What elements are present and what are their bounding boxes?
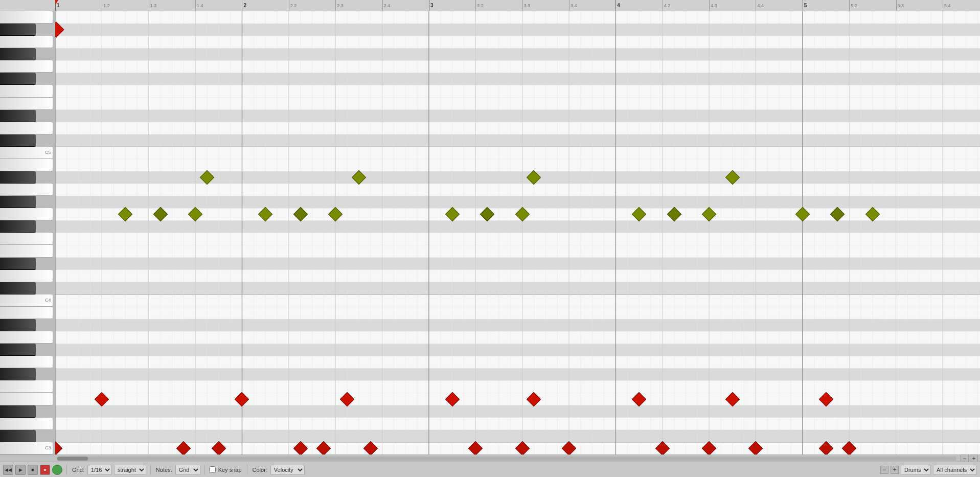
color-label: Color:: [253, 467, 267, 473]
zoom-plus-btn[interactable]: +: [891, 466, 899, 474]
ruler-sub-2-3: 2.4: [382, 0, 391, 11]
piano-keyboard: C5C4C3: [0, 11, 55, 455]
grid-container[interactable]: [55, 11, 980, 455]
ruler-sub-3-2: 3.3: [522, 0, 531, 11]
ruler-sub-2-2: 2.3: [335, 0, 344, 11]
ruler-bar-2: 2: [242, 0, 246, 11]
ruler-sub-1-1: 1.2: [102, 0, 110, 11]
grid-canvas: [55, 11, 980, 455]
transport-toolbar: ◀◀ ▶ ■ ● Grid: 1/16 1/4 1/8 1/32 straigh…: [0, 462, 980, 477]
separator-2: [150, 465, 151, 475]
ruler-sub-1-3: 1.4: [195, 0, 203, 11]
piano-key-G2[interactable]: [0, 356, 53, 368]
piano-key-D#4[interactable]: [0, 110, 36, 122]
playhead-triangle: [55, 0, 58, 5]
scrollbar-track[interactable]: [57, 457, 956, 461]
ruler-sub-2-1: 2.2: [289, 0, 297, 11]
straight-select[interactable]: straight curve: [114, 465, 146, 475]
ruler-sub-5-3: 5.4: [943, 0, 951, 11]
ruler-track[interactable]: 11.21.31.422.22.32.433.23.33.444.24.34.4…: [55, 0, 980, 11]
ruler-bar-3: 3: [429, 0, 434, 11]
piano-key-E4[interactable]: [0, 98, 53, 110]
piano-key-D2[interactable]: [0, 418, 53, 430]
piano-key-D3[interactable]: [0, 270, 53, 282]
notes-label: Notes:: [156, 467, 172, 473]
color-select[interactable]: Velocity Channel Pitch: [270, 465, 305, 475]
piano-key-F4[interactable]: [0, 85, 53, 97]
piano-key-D4[interactable]: [0, 122, 53, 134]
piano-key-A2[interactable]: [0, 331, 53, 344]
piano-key-F2[interactable]: [0, 380, 53, 393]
ruler-sub-4-1: 4.2: [663, 0, 671, 11]
separator-4: [247, 465, 247, 475]
instrument-select[interactable]: Drums: [901, 465, 931, 475]
separator-1: [66, 465, 67, 475]
piano-key-C2[interactable]: C3: [0, 442, 53, 455]
ruler-sub-4-2: 4.3: [709, 0, 717, 11]
grid-label: Grid:: [72, 467, 84, 473]
record-button[interactable]: ●: [40, 465, 50, 475]
ruler-bar-4: 4: [616, 0, 620, 11]
timeline-ruler: 11.21.31.422.22.32.433.23.33.444.24.34.4…: [0, 0, 980, 11]
piano-key-C#2[interactable]: [0, 430, 36, 442]
piano-key-G4[interactable]: [0, 60, 53, 73]
piano-key-G#3[interactable]: [0, 196, 36, 208]
rewind-button[interactable]: ◀◀: [3, 465, 13, 475]
piano-key-G#2[interactable]: [0, 344, 36, 356]
stop-button[interactable]: ■: [28, 465, 38, 475]
separator-3: [204, 465, 205, 475]
piano-key-C3[interactable]: C4: [0, 294, 53, 307]
piano-key-D#3[interactable]: [0, 258, 36, 270]
piano-key-G#4[interactable]: [0, 48, 36, 60]
piano-key-B3[interactable]: [0, 159, 53, 171]
ruler-sub-3-3: 3.4: [569, 0, 577, 11]
piano-key-A4[interactable]: [0, 36, 53, 48]
key-snap-group: Key snap: [209, 466, 243, 473]
piano-key-A#3[interactable]: [0, 171, 36, 184]
piano-key-A#4[interactable]: [0, 24, 36, 36]
piano-key-A3[interactable]: [0, 184, 53, 196]
piano-key-E2[interactable]: [0, 393, 53, 405]
scrollbar-horizontal[interactable]: − +: [0, 455, 980, 462]
ruler-bar-5: 5: [803, 0, 807, 11]
main-area: C5C4C3: [0, 11, 980, 455]
piano-key-C#4[interactable]: [0, 134, 36, 147]
piano-key-E3[interactable]: [0, 245, 53, 257]
play-button[interactable]: ▶: [15, 465, 26, 475]
ruler-sub-4-3: 4.4: [756, 0, 764, 11]
piano-key-B2[interactable]: [0, 307, 53, 319]
channel-select[interactable]: All channels: [933, 465, 977, 475]
piano-key-D#2[interactable]: [0, 405, 36, 418]
ruler-sub-3-1: 3.2: [475, 0, 484, 11]
loop-button[interactable]: [52, 465, 62, 475]
key-snap-checkbox[interactable]: [209, 466, 216, 473]
piano-key-F#4[interactable]: [0, 73, 36, 85]
notes-select[interactable]: Grid Free: [175, 465, 200, 475]
piano-key-A#2[interactable]: [0, 319, 36, 331]
grid-size-select[interactable]: 1/16 1/4 1/8 1/32: [87, 465, 112, 475]
piano-key-G3[interactable]: [0, 208, 53, 220]
scrollbar-thumb[interactable]: [57, 457, 88, 461]
piano-key-B4[interactable]: [0, 11, 53, 24]
ruler-sub-5-1: 5.2: [849, 0, 857, 11]
ruler-sub-5-2: 5.3: [896, 0, 904, 11]
ruler-sub-1-2: 1.3: [149, 0, 157, 11]
piano-key-F#3[interactable]: [0, 220, 36, 233]
zoom-minus-btn[interactable]: −: [880, 466, 888, 474]
piano-key-F#2[interactable]: [0, 368, 36, 380]
piano-key-C#3[interactable]: [0, 282, 36, 294]
key-snap-label: Key snap: [218, 467, 242, 473]
piano-key-C4[interactable]: C5: [0, 147, 53, 159]
toolbar-right: − + Drums All channels: [880, 465, 977, 475]
piano-key-F3[interactable]: [0, 233, 53, 245]
